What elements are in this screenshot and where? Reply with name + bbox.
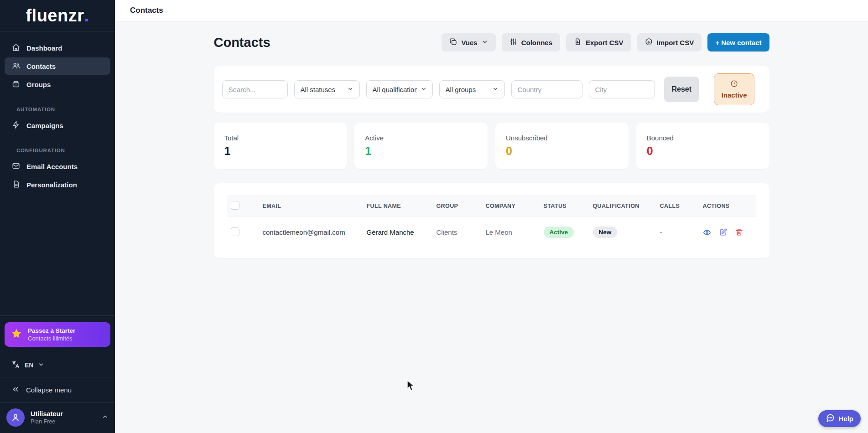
view-contact-button[interactable]	[703, 228, 711, 237]
edit-icon	[719, 228, 727, 236]
filters-bar: All statuses All qualifications All grou…	[214, 66, 769, 113]
sidebar-section-configuration: CONFIGURATION	[16, 148, 99, 153]
select-all-checkbox[interactable]	[231, 201, 239, 210]
contacts-table-card: EMAIL FULL NAME GROUP COMPANY STATUS QUA…	[214, 183, 769, 258]
column-header-email[interactable]: EMAIL	[259, 196, 363, 216]
sidebar-item-groups[interactable]: Groups	[5, 76, 110, 93]
eye-icon	[703, 228, 711, 237]
columns-button-label: Colonnes	[521, 39, 552, 46]
qualification-filter-value: All qualifications	[373, 86, 417, 93]
content-area: Contacts Vues Colonnes	[115, 21, 868, 433]
user-menu[interactable]: Utilisateur Plan Free	[0, 403, 115, 433]
sidebar-section-automation: AUTOMATION	[16, 107, 99, 112]
upgrade-subtitle: Contacts illimités	[28, 335, 75, 342]
sidebar-divider	[0, 315, 115, 316]
cell-calls: -	[656, 216, 699, 247]
status-filter-value: All statuses	[301, 86, 336, 93]
chevron-up-icon	[102, 413, 109, 422]
stat-value: 1	[365, 144, 477, 158]
brand-logo-dot: .	[84, 6, 89, 26]
chevron-down-icon	[347, 86, 353, 93]
row-checkbox[interactable]	[231, 227, 239, 236]
city-input[interactable]	[589, 80, 655, 98]
page-title: Contacts	[214, 35, 270, 50]
chevron-down-icon	[38, 361, 44, 369]
stat-label: Active	[365, 134, 477, 142]
sidebar-item-campaigns[interactable]: Campaigns	[5, 117, 110, 134]
stat-label: Bounced	[647, 134, 759, 142]
translate-icon	[11, 360, 20, 370]
star-icon	[11, 328, 22, 341]
sidebar-item-personalization[interactable]: Personalization	[5, 176, 110, 193]
import-csv-label: Import CSV	[657, 39, 694, 46]
chat-bubble-icon	[826, 413, 835, 424]
edit-contact-button[interactable]	[719, 228, 727, 236]
sidebar-item-label: Personalization	[26, 181, 77, 189]
sidebar-item-email-accounts[interactable]: Email Accounts	[5, 158, 110, 175]
columns-button[interactable]: Colonnes	[502, 33, 560, 52]
language-selector[interactable]: EN	[0, 353, 115, 377]
stat-card-unsubscribed: Unsubscribed 0	[495, 123, 629, 169]
user-name: Utilisateur	[31, 410, 63, 418]
language-value: EN	[25, 361, 33, 369]
cell-group: Clients	[433, 216, 482, 247]
delete-contact-button[interactable]	[735, 228, 743, 236]
stat-card-total: Total 1	[214, 123, 347, 169]
country-input[interactable]	[511, 80, 582, 98]
sidebar-item-contacts[interactable]: Contacts	[5, 57, 110, 75]
sidebar-item-label: Campaigns	[26, 122, 63, 129]
column-header-status[interactable]: STATUS	[540, 196, 589, 216]
stat-card-bounced: Bounced 0	[636, 123, 769, 169]
upgrade-title: Passez à Starter	[28, 327, 75, 334]
cell-email: contactlemeon@gmail.com	[259, 216, 363, 247]
column-header-company[interactable]: COMPANY	[482, 196, 540, 216]
stat-value: 0	[506, 144, 618, 158]
stat-value: 1	[224, 144, 337, 158]
cell-full-name: Gérard Manche	[363, 216, 433, 247]
topbar-title: Contacts	[130, 6, 163, 15]
column-header-qualification[interactable]: QUALIFICATION	[589, 196, 656, 216]
header-actions: Vues Colonnes Export CSV	[442, 33, 769, 52]
file-download-icon	[574, 38, 582, 47]
chevron-down-icon	[421, 86, 426, 93]
sidebar-item-label: Groups	[26, 81, 51, 88]
new-contact-button[interactable]: + New contact	[707, 33, 769, 52]
stat-value: 0	[647, 144, 759, 158]
cell-company: Le Meon	[482, 216, 540, 247]
help-label: Help	[838, 415, 853, 423]
app-root: fluenzr. Dashboard Contacts Groups AUTOM…	[0, 0, 868, 433]
group-filter-select[interactable]: All groups	[439, 80, 505, 98]
stat-label: Unsubscribed	[506, 134, 618, 142]
import-csv-button[interactable]: Import CSV	[637, 33, 702, 52]
search-input[interactable]	[222, 80, 288, 98]
column-header-full-name[interactable]: FULL NAME	[363, 196, 433, 216]
inactive-filter-label: Inactive	[722, 91, 747, 99]
contacts-table: EMAIL FULL NAME GROUP COMPANY STATUS QUA…	[227, 196, 756, 246]
brand-logo-text: fluenzr	[26, 6, 84, 26]
lightning-icon	[12, 121, 20, 130]
table-row[interactable]: contactlemeon@gmail.com Gérard Manche Cl…	[227, 216, 756, 247]
status-filter-select[interactable]: All statuses	[294, 80, 360, 98]
users-icon	[12, 62, 20, 71]
column-header-group[interactable]: GROUP	[433, 196, 482, 216]
column-header-calls[interactable]: CALLS	[656, 196, 699, 216]
collapse-menu-button[interactable]: Collapse menu	[0, 377, 115, 402]
brand-logo[interactable]: fluenzr.	[0, 0, 115, 32]
help-button[interactable]: Help	[818, 410, 861, 427]
page-header: Contacts Vues Colonnes	[214, 33, 769, 52]
sidebar-item-dashboard[interactable]: Dashboard	[5, 39, 110, 57]
qualification-filter-select[interactable]: All qualifications	[366, 80, 433, 98]
inactive-filter-button[interactable]: Inactive	[714, 73, 754, 105]
views-button[interactable]: Vues	[442, 33, 495, 52]
sidebar-item-label: Dashboard	[26, 44, 62, 52]
sliders-icon	[509, 38, 517, 47]
status-badge: Active	[544, 227, 574, 238]
upgrade-text: Passez à Starter Contacts illimités	[28, 327, 75, 342]
upgrade-banner[interactable]: Passez à Starter Contacts illimités	[5, 322, 110, 347]
export-csv-button[interactable]: Export CSV	[566, 33, 631, 52]
topbar: Contacts	[115, 0, 868, 21]
row-actions	[703, 228, 753, 237]
avatar	[6, 408, 25, 427]
chevron-down-icon	[482, 39, 488, 46]
reset-filters-button[interactable]: Reset	[664, 77, 700, 102]
